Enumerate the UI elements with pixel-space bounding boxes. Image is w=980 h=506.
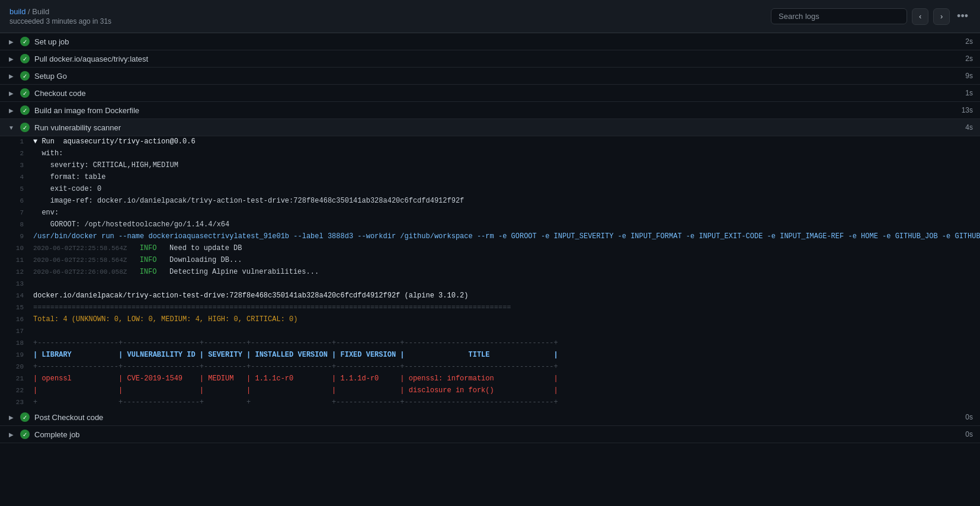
log-line: 23+ +------------------+ + +------------… — [0, 397, 980, 409]
log-timestamp: 2020-06-02T22:26:00.058Z — [33, 268, 135, 276]
build-status: succeeded 3 minutes ago in 31s — [9, 17, 111, 25]
log-line: 6 image-ref: docker.io/danielpacak/trivy… — [0, 196, 980, 207]
search-input[interactable] — [771, 8, 907, 24]
log-text: /usr/bin/docker run --name dockerioaquas… — [33, 231, 980, 242]
success-icon: ✓ — [20, 412, 30, 422]
line-number: 13 — [5, 278, 24, 290]
line-number: 21 — [5, 373, 24, 385]
expand-icon: ▶ — [7, 39, 15, 45]
line-number: 20 — [5, 361, 24, 373]
log-text: 2020-06-02T22:25:58.564Z INFO Downloadin… — [33, 255, 975, 266]
breadcrumb-current: Build — [32, 7, 49, 16]
line-number: 23 — [5, 397, 24, 408]
success-icon: ✓ — [20, 88, 30, 98]
breadcrumb-build-link[interactable]: build — [9, 7, 25, 16]
expand-icon: ▶ — [7, 56, 15, 62]
log-line: 102020-06-02T22:25:58.564Z INFO Need to … — [0, 243, 980, 255]
line-number: 10 — [5, 243, 24, 254]
job-row[interactable]: ▶✓Pull docker.io/aquasec/trivy:latest2s — [0, 50, 980, 68]
line-number: 22 — [5, 385, 24, 396]
expand-icon: ▶ — [7, 107, 15, 114]
job-name: Set up job — [34, 37, 960, 46]
line-number: 11 — [5, 255, 24, 266]
line-number: 18 — [5, 338, 24, 349]
job-duration: 13s — [962, 106, 973, 114]
log-text: | LIBRARY | VULNERABILITY ID | SEVERITY … — [33, 350, 975, 361]
job-duration: 2s — [965, 55, 973, 63]
log-text: image-ref: docker.io/danielpacak/trivy-a… — [33, 196, 975, 207]
log-text: docker.io/danielpacak/trivy-action-test-… — [33, 290, 975, 302]
app-container: build / Build succeeded 3 minutes ago in… — [0, 0, 980, 506]
log-line: 112020-06-02T22:25:58.564Z INFO Download… — [0, 255, 980, 267]
log-text: | openssl | CVE-2019-1549 | MEDIUM | 1.1… — [33, 373, 975, 385]
log-text: 2020-06-02T22:26:00.058Z INFO Detecting … — [33, 267, 975, 278]
job-name: Post Checkout code — [34, 413, 960, 422]
log-line: 1▼ Run aquasecurity/trivy-action@0.0.6 — [0, 136, 980, 148]
log-text: exit-code: 0 — [33, 184, 975, 195]
line-number: 2 — [5, 148, 24, 159]
log-info-tag: INFO — [140, 268, 169, 276]
job-name: Checkout code — [34, 89, 960, 98]
expand-icon: ▶ — [7, 90, 15, 97]
success-icon: ✓ — [20, 37, 30, 46]
header-right: ‹ › ••• — [771, 8, 971, 25]
log-line: 18+-------------------+-----------------… — [0, 338, 980, 350]
line-number: 4 — [5, 172, 24, 183]
log-line: 5 exit-code: 0 — [0, 184, 980, 196]
line-number: 12 — [5, 267, 24, 278]
line-number: 9 — [5, 231, 24, 242]
log-text: +-------------------+------------------+… — [33, 338, 975, 349]
next-button[interactable]: › — [933, 8, 950, 25]
header-left: build / Build succeeded 3 minutes ago in… — [9, 7, 111, 25]
success-icon: ✓ — [20, 71, 30, 81]
job-row[interactable]: ▶✓Complete job0s — [0, 426, 980, 443]
job-name: Pull docker.io/aquasec/trivy:latest — [34, 55, 960, 63]
job-name: Build an image from Dockerfile — [34, 106, 957, 115]
job-duration: 2s — [965, 37, 973, 46]
expand-icon: ▶ — [7, 431, 15, 438]
log-line: 7 env: — [0, 207, 980, 219]
log-line: 122020-06-02T22:26:00.058Z INFO Detectin… — [0, 267, 980, 278]
job-duration: 0s — [965, 413, 973, 421]
job-name: Complete job — [34, 430, 960, 439]
expand-icon: ▶ — [7, 414, 15, 421]
more-button[interactable]: ••• — [955, 8, 971, 25]
prev-button[interactable]: ‹ — [912, 8, 928, 25]
jobs-container: ▶✓Set up job2s▶✓Pull docker.io/aquasec/t… — [0, 33, 980, 443]
job-row[interactable]: ▶✓Post Checkout code0s — [0, 409, 980, 426]
job-row[interactable]: ▶✓Set up job2s — [0, 33, 980, 50]
log-line: 9/usr/bin/docker run --name dockerioaqua… — [0, 231, 980, 243]
job-row[interactable]: ▶✓Build an image from Dockerfile13s — [0, 102, 980, 119]
job-row[interactable]: ▼✓Run vulnerability scanner4s — [0, 119, 980, 136]
log-line: 16Total: 4 (UNKNOWN: 0, LOW: 0, MEDIUM: … — [0, 314, 980, 326]
log-text: + +------------------+ + +--------------… — [33, 397, 975, 408]
line-number: 14 — [5, 290, 24, 302]
log-line: 20+-------------------+-----------------… — [0, 361, 980, 373]
header: build / Build succeeded 3 minutes ago in… — [0, 0, 980, 33]
main-content[interactable]: ▶✓Set up job2s▶✓Pull docker.io/aquasec/t… — [0, 33, 980, 506]
log-text: severity: CRITICAL,HIGH,MEDIUM — [33, 160, 975, 171]
log-text: env: — [33, 207, 975, 219]
job-row[interactable]: ▶✓Setup Go9s — [0, 68, 980, 85]
log-line: 3 severity: CRITICAL,HIGH,MEDIUM — [0, 160, 980, 172]
log-text: +-------------------+------------------+… — [33, 361, 975, 373]
log-text: 2020-06-02T22:25:58.564Z INFO Need to up… — [33, 243, 975, 254]
log-line: 14docker.io/danielpacak/trivy-action-tes… — [0, 290, 980, 302]
job-row[interactable]: ▶✓Checkout code1s — [0, 85, 980, 102]
log-info-tag: INFO — [140, 256, 169, 264]
success-icon: ✓ — [20, 123, 30, 132]
log-line: 4 format: table — [0, 172, 980, 184]
log-line: 8 GOROOT: /opt/hostedtoolcache/go/1.14.4… — [0, 219, 980, 231]
job-name: Setup Go — [34, 72, 960, 81]
line-number: 19 — [5, 350, 24, 361]
log-info-tag: INFO — [140, 244, 169, 252]
success-icon: ✓ — [20, 54, 30, 63]
line-number: 17 — [5, 326, 24, 337]
job-duration: 0s — [965, 430, 973, 438]
log-timestamp: 2020-06-02T22:25:58.564Z — [33, 257, 135, 264]
line-number: 1 — [5, 136, 24, 148]
log-text: with: — [33, 148, 975, 159]
line-number: 6 — [5, 196, 24, 207]
line-number: 3 — [5, 160, 24, 171]
log-text: GOROOT: /opt/hostedtoolcache/go/1.14.4/x… — [33, 219, 975, 230]
